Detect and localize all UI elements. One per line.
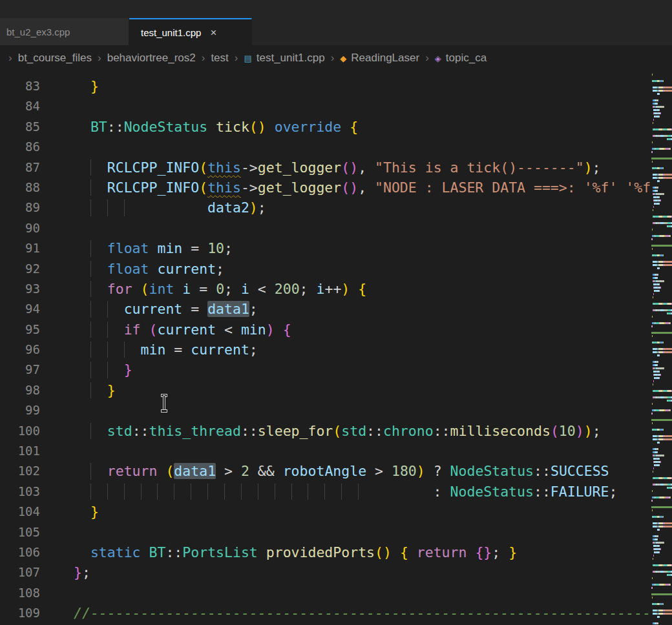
code-line[interactable]: 101 [0, 441, 651, 461]
breadcrumb-item[interactable]: behaviortree_ros2 [107, 52, 196, 65]
breadcrumb-item[interactable]: test [211, 52, 228, 65]
code-line[interactable]: 104 } [0, 502, 651, 522]
line-number[interactable]: 95 [0, 320, 40, 340]
line-number[interactable]: 92 [0, 259, 40, 279]
breadcrumb-item[interactable]: ◆ReadingLaser [340, 52, 419, 65]
breadcrumb-label: test [211, 52, 228, 65]
editor[interactable]: 83 }8485 BT::NodeStatus tick() override … [0, 71, 672, 625]
code-line[interactable]: 84 [0, 96, 651, 116]
close-icon[interactable]: × [210, 27, 216, 38]
code-line[interactable]: 100 std::this_thread::sleep_for(std::chr… [0, 421, 651, 441]
code-line[interactable]: 106 static BT::PortsList providedPorts()… [0, 542, 651, 562]
code-token [174, 281, 182, 297]
minimap-token [652, 500, 653, 502]
breadcrumb-label: ReadingLaser [351, 52, 419, 65]
line-number[interactable]: 93 [0, 279, 40, 299]
code-line[interactable]: 94 current = data1; [0, 299, 651, 319]
minimap-token [653, 555, 654, 557]
code-line[interactable]: 83 } [0, 76, 651, 96]
line-number[interactable]: 85 [0, 117, 40, 137]
line-number[interactable]: 105 [0, 522, 40, 542]
breadcrumb-item[interactable]: ◈topic_ca [435, 52, 487, 65]
line-number[interactable]: 100 [0, 421, 40, 441]
code-line[interactable]: 98 } [0, 380, 651, 400]
minimap-line [651, 109, 672, 111]
minimap-token [663, 342, 664, 343]
minimap-line [651, 471, 672, 473]
code-token: { [350, 119, 358, 135]
line-number[interactable]: 107 [0, 562, 40, 582]
line-number[interactable]: 97 [0, 360, 40, 380]
code-line[interactable]: 103 : NodeStatus::FAILURE; [0, 482, 651, 502]
code-line-content: : NodeStatus::FAILURE; [74, 482, 651, 502]
line-number[interactable]: 94 [0, 299, 40, 319]
code-line[interactable]: 89 data2); [0, 198, 651, 218]
line-number[interactable]: 98 [0, 380, 40, 400]
minimap-token [652, 74, 653, 76]
code-line[interactable]: 87 RCLCPP_INFO(this->get_logger(), "This… [0, 158, 651, 178]
code-line[interactable]: 92 float current; [0, 259, 651, 279]
minimap-line [651, 206, 672, 208]
code-line[interactable]: 91 float min = 10; [0, 238, 651, 258]
code-token: ) [584, 423, 593, 439]
line-number[interactable]: 91 [0, 238, 40, 258]
minimap-token [651, 158, 672, 159]
code-token [141, 322, 149, 338]
minimap-line [651, 248, 672, 250]
line-number[interactable]: 87 [0, 158, 40, 178]
minimap-token [670, 584, 671, 586]
code-line[interactable]: 107}; [0, 562, 651, 582]
minimap-token [658, 99, 658, 101]
code-token: ( [551, 423, 559, 439]
code-line[interactable]: 85 BT::NodeStatus tick() override { [0, 117, 651, 137]
line-number[interactable]: 84 [0, 96, 40, 116]
code-line[interactable]: 105 [0, 522, 651, 542]
line-number[interactable]: 103 [0, 482, 40, 502]
minimap-token [659, 290, 660, 292]
code-line[interactable]: 97 } [0, 360, 651, 380]
line-number[interactable]: 106 [0, 542, 40, 562]
breadcrumb-item[interactable]: ▤test_unit1.cpp [244, 52, 324, 65]
code-line[interactable]: 109//-----------------------------------… [0, 603, 651, 623]
minimap-token [663, 516, 664, 518]
minimap-token [667, 303, 672, 305]
line-number[interactable]: 96 [0, 340, 40, 360]
minimap-token [659, 267, 660, 269]
code-token: i [182, 281, 191, 297]
line-number[interactable]: 104 [0, 502, 40, 522]
code-token: milliseconds [450, 423, 551, 439]
code-line[interactable]: 90 [0, 218, 651, 238]
minimap-token [652, 316, 653, 318]
line-number[interactable]: 108 [0, 583, 40, 603]
line-number[interactable]: 89 [0, 198, 40, 218]
code-line[interactable]: 108 [0, 583, 651, 603]
line-number[interactable]: 109 [0, 603, 40, 623]
minimap-line [651, 564, 672, 566]
line-number[interactable]: 83 [0, 76, 40, 96]
code-line[interactable]: 95 if (current < min) { [0, 320, 651, 340]
code-line[interactable]: 86 [0, 137, 651, 157]
code-token: ? [425, 463, 450, 479]
minimap[interactable] [651, 71, 672, 625]
line-number[interactable]: 86 [0, 137, 40, 157]
tab-label: test_unit1.cpp [141, 27, 201, 38]
tab-test-unit1-cpp[interactable]: test_unit1.cpp × [129, 18, 252, 45]
line-number[interactable]: 90 [0, 218, 40, 238]
code-line[interactable]: 102 return (data1 > 2 && robotAngle > 18… [0, 461, 651, 481]
code-line[interactable]: 88 RCLCPP_INFO(this->get_logger(), "NODE… [0, 178, 651, 198]
breadcrumb-item[interactable]: bt_course_files [18, 52, 92, 65]
code-token [258, 544, 266, 560]
tab-bt-u2-ex3-cpp[interactable]: bt_u2_ex3.cpp [0, 18, 129, 45]
code-line[interactable]: 96 min = current; [0, 340, 651, 360]
code-line[interactable]: 99 [0, 400, 651, 420]
code-line-content [74, 218, 651, 238]
line-number[interactable]: 101 [0, 441, 40, 461]
minimap-token [659, 354, 660, 356]
code-line-content: for (int i = 0; i < 200; i++) { [74, 279, 651, 299]
code-line[interactable]: 93 for (int i = 0; i < 200; i++) { [0, 279, 651, 299]
line-number[interactable]: 99 [0, 400, 40, 420]
code-area[interactable]: 83 }8485 BT::NodeStatus tick() override … [0, 71, 651, 625]
line-number[interactable]: 102 [0, 461, 40, 481]
line-number[interactable]: 88 [0, 178, 40, 198]
code-line-content: float min = 10; [74, 238, 651, 258]
